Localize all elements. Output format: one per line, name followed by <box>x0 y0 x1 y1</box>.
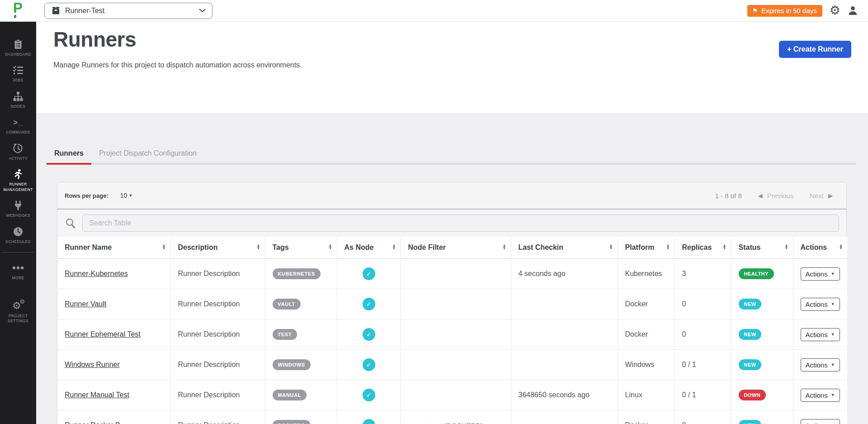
column-header-runner-name[interactable]: ▲▼Runner Name <box>57 237 170 259</box>
actions-button[interactable]: Actions ▼ <box>801 358 840 372</box>
column-header-as-node[interactable]: ▲▼As Node <box>337 237 401 259</box>
sort-icon[interactable]: ▲▼ <box>839 244 843 250</box>
runners-table-card: Rows per page: 10 ▼ 1 - 8 of 8 ◀ Previou… <box>57 182 847 424</box>
platform-text: Docker <box>625 330 648 338</box>
actions-button[interactable]: Actions ▼ <box>801 298 840 311</box>
expires-badge[interactable]: ⚑ Expires in 50 days <box>747 5 822 17</box>
sidebar-item-schedules[interactable]: SCHEDULES <box>0 226 36 244</box>
sidebar-item-nodes[interactable]: NODES <box>0 91 36 109</box>
replicas-text: 0 / 1 <box>682 361 696 368</box>
sort-icon[interactable]: ▲▼ <box>257 244 260 250</box>
sidebar: DASHBOARD JOBS NODES >_ COMMANDS ACTIVIT… <box>0 22 36 424</box>
actions-button-label: Actions <box>806 331 828 338</box>
column-header-label: Node Filter <box>408 243 446 251</box>
sidebar-item-activity[interactable]: ACTIVITY <box>0 143 36 161</box>
next-page-button[interactable]: Next ▶ <box>810 192 833 200</box>
sidebar-item-commands[interactable]: >_ COMMANDS <box>0 117 36 135</box>
project-selector-dropdown[interactable]: Runner-Test <box>44 3 212 19</box>
settings-gear-icon[interactable]: ⚙ <box>830 5 840 17</box>
column-header-replicas[interactable]: ▲▼Replicas <box>675 237 731 259</box>
as-node-check-icon: ✓ <box>363 267 375 280</box>
tab-project-dispatch-configuration[interactable]: Project Dispatch Configuration <box>91 149 204 165</box>
replicas-text: 3 <box>682 270 686 277</box>
column-header-last-checkin[interactable]: ▲▼Last Checkin <box>511 237 618 259</box>
status-badge: NEW <box>739 359 762 370</box>
actions-button[interactable]: Actions ▼ <box>801 267 840 281</box>
actions-button-label: Actions <box>806 270 828 278</box>
table-row: Runner Manual Test Runner Description MA… <box>57 380 847 410</box>
status-badge: NEW <box>739 420 762 424</box>
actions-button[interactable]: Actions ▼ <box>801 328 840 341</box>
runner-tag-badge: VAULT <box>273 299 301 310</box>
actions-button[interactable]: Actions ▼ <box>801 389 840 402</box>
sidebar-item-dashboard[interactable]: DASHBOARD <box>0 39 36 57</box>
app-logo[interactable]: P <box>0 3 36 19</box>
sidebar-item-runner-management[interactable]: RUNNER MANAGEMENT <box>0 169 36 192</box>
topbar: P Runner-Test ⚑ Expires in 50 days ⚙ <box>0 0 868 22</box>
rows-per-page-select[interactable]: 10 ▼ <box>120 192 133 199</box>
runner-name-link[interactable]: Runner-Kubernetes <box>65 270 128 277</box>
clock-icon <box>13 226 24 237</box>
page-header: Runners Manage Runners for this project … <box>36 22 868 113</box>
column-header-node-filter[interactable]: ▲▼Node Filter <box>401 237 511 259</box>
sort-icon[interactable]: ▲▼ <box>723 244 726 250</box>
column-header-platform[interactable]: ▲▼Platform <box>618 237 675 259</box>
column-header-description[interactable]: ▲▼Description <box>170 237 265 259</box>
create-runner-button[interactable]: + Create Runner <box>779 41 851 58</box>
runner-name-link[interactable]: Runner Vault <box>65 300 106 308</box>
arrow-left-icon: ◀ <box>758 193 763 199</box>
search-input[interactable] <box>82 214 839 232</box>
table-body: Runner-Kubernetes Runner Description KUB… <box>57 259 847 424</box>
sidebar-item-jobs[interactable]: JOBS <box>0 65 36 83</box>
replicas-text: 0 / 1 <box>682 391 696 399</box>
runner-tag-badge: MANUAL <box>273 390 307 400</box>
node-filter-text: runnertags: "DOCKERB" <box>408 422 483 424</box>
runner-name-link[interactable]: Runner Manual Test <box>65 391 129 399</box>
user-avatar-icon[interactable] <box>848 5 858 16</box>
caret-down-icon: ▼ <box>128 194 132 198</box>
terminal-icon: >_ <box>13 117 23 128</box>
tab-runners[interactable]: Runners <box>47 149 91 165</box>
sort-icon[interactable]: ▲▼ <box>609 244 613 250</box>
status-badge: DOWN <box>739 390 766 400</box>
expires-badge-label: Expires in 50 days <box>761 7 817 14</box>
column-header-status[interactable]: ▲▼Status <box>731 237 793 259</box>
actions-button[interactable]: Actions ▼ <box>801 419 840 424</box>
runner-name-link[interactable]: Windows Runner <box>65 361 120 368</box>
running-person-icon <box>13 169 23 180</box>
runner-description: Runner Description <box>178 270 240 277</box>
sort-icon[interactable]: ▲▼ <box>329 244 332 250</box>
runner-tag-badge: KUBERNETES <box>273 268 321 279</box>
sort-icon[interactable]: ▲▼ <box>666 244 670 250</box>
tab-bar: Runners Project Dispatch Configuration <box>47 149 856 165</box>
runner-name-link[interactable]: Runner Ephemeral Test <box>65 330 141 338</box>
runner-description: Runner Description <box>178 421 240 424</box>
sort-icon[interactable]: ▲▼ <box>503 244 506 250</box>
replicas-text: 0 <box>682 330 686 338</box>
sidebar-item-webhooks[interactable]: WEBHOOKS <box>0 200 36 218</box>
table-toolbar: Rows per page: 10 ▼ 1 - 8 of 8 ◀ Previou… <box>57 182 846 210</box>
page-subtitle: Manage Runners for this project to dispa… <box>53 61 868 69</box>
column-header-actions[interactable]: ▲▼Actions <box>793 237 847 259</box>
actions-button-label: Actions <box>806 300 828 308</box>
sort-icon[interactable]: ▲▼ <box>162 244 166 250</box>
previous-page-button[interactable]: ◀ Previous <box>758 192 793 200</box>
platform-text: Linux <box>625 391 642 399</box>
as-node-check-icon: ✓ <box>363 328 375 341</box>
clipboard-icon <box>13 39 23 50</box>
as-node-check-icon: ✓ <box>363 419 375 424</box>
last-checkin-text: 3648650 seconds ago <box>519 391 590 399</box>
caret-down-icon: ▼ <box>831 333 835 337</box>
sidebar-item-project-settings[interactable]: ⚙⚙ PROJECT SETTINGS <box>0 300 36 324</box>
runner-tag-badge: DOCKERB <box>273 420 311 424</box>
replicas-text: 0 <box>682 421 686 424</box>
sidebar-item-more[interactable]: MORE <box>0 262 36 281</box>
sort-icon[interactable]: ▲▼ <box>392 244 396 250</box>
table-row: Windows Runner Runner Description WINDOW… <box>57 350 847 380</box>
column-header-tags[interactable]: ▲▼Tags <box>265 237 337 259</box>
actions-button-label: Actions <box>806 422 828 424</box>
sort-icon[interactable]: ▲▼ <box>785 244 788 250</box>
column-header-label: Replicas <box>682 243 712 251</box>
runner-name-link[interactable]: Runner Docker B <box>65 421 120 424</box>
content-area: Runners Project Dispatch Configuration R… <box>36 113 868 424</box>
